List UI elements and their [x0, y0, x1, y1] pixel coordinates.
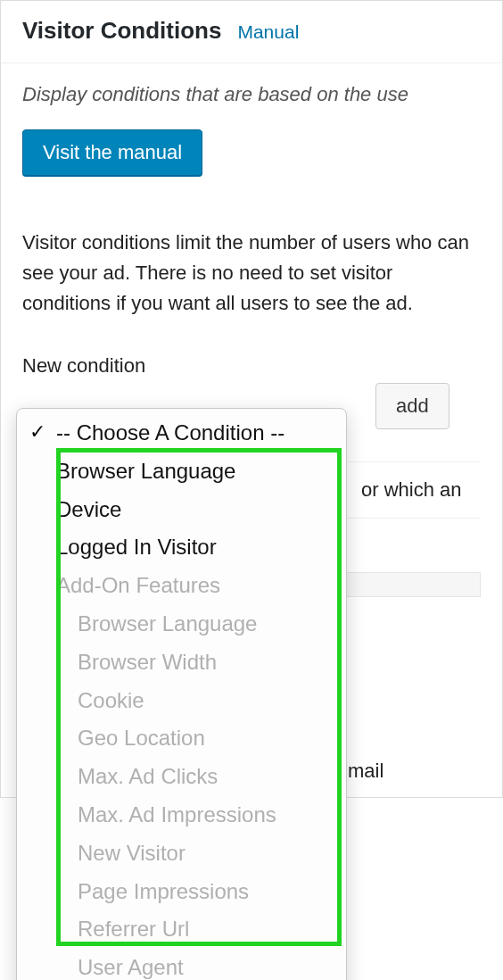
visit-manual-button[interactable]: Visit the manual	[22, 129, 202, 176]
dropdown-option-addon[interactable]: Browser Language	[17, 605, 346, 644]
dropdown-option-addon[interactable]: Referrer Url	[17, 910, 346, 949]
condition-dropdown[interactable]: -- Choose A Condition -- Browser Languag…	[16, 408, 347, 980]
dropdown-option-addon[interactable]: User Agent	[17, 949, 346, 980]
panel-title: Visitor Conditions	[22, 17, 221, 45]
dropdown-option-addon[interactable]: Page Impressions	[17, 873, 346, 911]
panel-header: Visitor Conditions Manual	[1, 1, 502, 62]
dropdown-option-addon[interactable]: New Visitor	[17, 835, 346, 873]
or-text: or which an	[361, 478, 462, 501]
new-condition-label: New condition	[22, 354, 481, 378]
intro-text: Display conditions that are based on the…	[22, 83, 481, 106]
dropdown-option[interactable]: Device	[17, 491, 346, 529]
dropdown-option[interactable]: Logged In Visitor	[17, 528, 346, 567]
dropdown-option-addon[interactable]: Browser Width	[17, 644, 346, 682]
dropdown-placeholder[interactable]: -- Choose A Condition --	[17, 414, 346, 453]
dropdown-option-addon[interactable]: Max. Ad Impressions	[17, 796, 346, 835]
manual-link[interactable]: Manual	[237, 21, 299, 43]
dropdown-option-addon[interactable]: Geo Location	[17, 719, 346, 758]
dropdown-option[interactable]: Browser Language	[17, 453, 346, 491]
dropdown-group-label: Add-On Features	[17, 567, 346, 605]
add-button[interactable]: add	[375, 383, 449, 429]
description-text: Visitor conditions limit the number of u…	[22, 228, 481, 319]
dropdown-option-addon[interactable]: Max. Ad Clicks	[17, 758, 346, 796]
dropdown-option-addon[interactable]: Cookie	[17, 682, 346, 720]
